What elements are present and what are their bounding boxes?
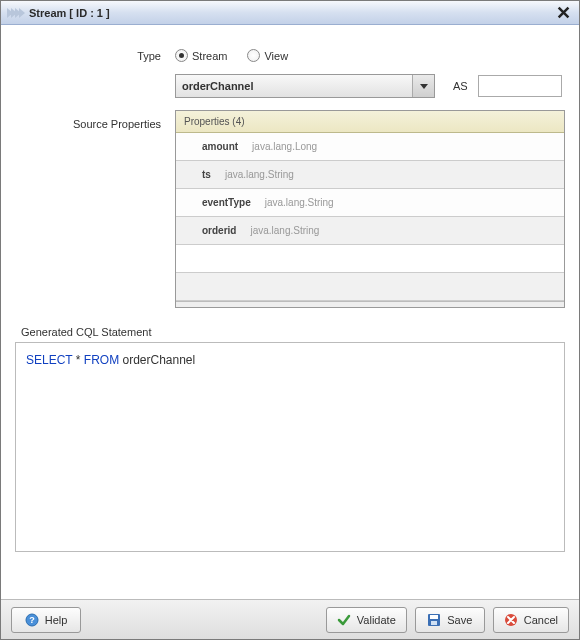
help-icon: ? bbox=[25, 613, 39, 627]
radio-view-label: View bbox=[264, 50, 288, 62]
property-name: eventType bbox=[202, 197, 251, 208]
cql-star: * bbox=[72, 353, 83, 367]
cql-keyword-from: FROM bbox=[84, 353, 119, 367]
properties-header[interactable]: Properties (4) bbox=[176, 111, 564, 133]
validate-button-label: Validate bbox=[357, 614, 396, 626]
properties-panel: Properties (4) amount java.lang.Long ts … bbox=[175, 110, 565, 308]
properties-row: Source Properties Properties (4) amount … bbox=[15, 110, 565, 308]
cancel-button[interactable]: Cancel bbox=[493, 607, 569, 633]
radio-stream[interactable]: Stream bbox=[175, 49, 227, 62]
properties-footer bbox=[176, 301, 564, 307]
cql-keyword-select: SELECT bbox=[26, 353, 72, 367]
source-properties-label: Source Properties bbox=[15, 110, 175, 130]
property-type: java.lang.String bbox=[265, 197, 334, 208]
save-button[interactable]: Save bbox=[415, 607, 485, 633]
window-title: Stream [ ID : 1 ] bbox=[29, 7, 110, 19]
property-empty-row bbox=[176, 245, 564, 273]
svg-rect-3 bbox=[430, 615, 438, 619]
property-name: ts bbox=[202, 169, 211, 180]
property-type: java.lang.String bbox=[250, 225, 319, 236]
save-button-label: Save bbox=[447, 614, 472, 626]
help-button[interactable]: ? Help bbox=[11, 607, 81, 633]
property-type: java.lang.String bbox=[225, 169, 294, 180]
as-input[interactable] bbox=[478, 75, 562, 97]
help-button-label: Help bbox=[45, 614, 68, 626]
cancel-button-label: Cancel bbox=[524, 614, 558, 626]
check-icon bbox=[337, 613, 351, 627]
properties-body: amount java.lang.Long ts java.lang.Strin… bbox=[176, 133, 564, 301]
svg-text:?: ? bbox=[29, 615, 35, 625]
source-dropdown[interactable]: orderChannel bbox=[175, 74, 435, 98]
svg-rect-4 bbox=[431, 621, 437, 625]
type-row: Type Stream View bbox=[15, 49, 565, 62]
property-row[interactable]: amount java.lang.Long bbox=[176, 133, 564, 161]
as-label: AS bbox=[453, 80, 468, 92]
close-icon[interactable]: ✕ bbox=[554, 4, 573, 22]
type-radios: Stream View bbox=[175, 49, 288, 62]
property-type: java.lang.Long bbox=[252, 141, 317, 152]
dialog-footer: ? Help Validate Save Cancel bbox=[1, 599, 579, 639]
radio-stream-label: Stream bbox=[192, 50, 227, 62]
radio-stream-dot bbox=[175, 49, 188, 62]
property-row[interactable]: ts java.lang.String bbox=[176, 161, 564, 189]
validate-button[interactable]: Validate bbox=[326, 607, 407, 633]
source-row: orderChannel AS bbox=[15, 74, 565, 98]
property-name: orderid bbox=[202, 225, 236, 236]
stream-icon bbox=[7, 8, 23, 18]
cql-section-label: Generated CQL Statement bbox=[21, 326, 565, 338]
property-name: amount bbox=[202, 141, 238, 152]
property-row[interactable]: orderid java.lang.String bbox=[176, 217, 564, 245]
dialog-content: Type Stream View orderChannel AS Source … bbox=[1, 25, 579, 599]
cancel-icon bbox=[504, 613, 518, 627]
type-label: Type bbox=[15, 50, 175, 62]
property-row[interactable]: eventType java.lang.String bbox=[176, 189, 564, 217]
radio-view-dot bbox=[247, 49, 260, 62]
save-icon bbox=[427, 613, 441, 627]
property-empty-row bbox=[176, 273, 564, 301]
radio-view[interactable]: View bbox=[247, 49, 288, 62]
title-bar: Stream [ ID : 1 ] ✕ bbox=[1, 1, 579, 25]
chevron-down-icon bbox=[412, 75, 434, 97]
source-dropdown-value: orderChannel bbox=[182, 80, 254, 92]
cql-tail: orderChannel bbox=[119, 353, 195, 367]
cql-statement-box[interactable]: SELECT * FROM orderChannel bbox=[15, 342, 565, 552]
